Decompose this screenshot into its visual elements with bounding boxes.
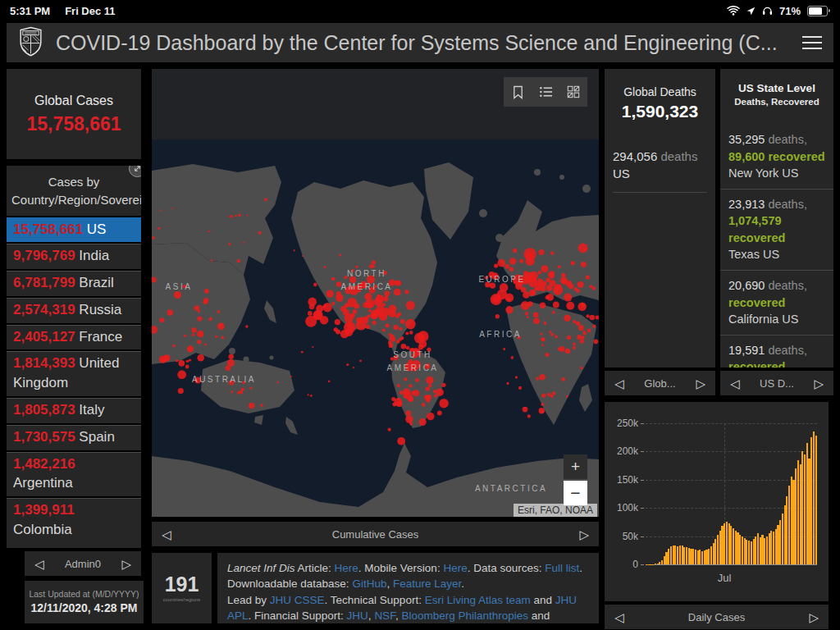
map-toolbar [504, 77, 587, 107]
case-count: 6,781,799 [13, 275, 75, 290]
info-link[interactable]: NSF [374, 609, 395, 622]
us-state-item[interactable]: 19,591 deaths, recoveredFlorida US [720, 335, 833, 368]
continent-label: ASIA [166, 281, 193, 294]
chart-caption-bar: ◁ Daily Cases ▷ [605, 605, 829, 629]
prev-arrow-icon[interactable]: ◁ [34, 558, 44, 570]
us-item-text: 20,690 deaths, recovered [728, 277, 825, 311]
case-count: 2,574,319 [13, 302, 75, 317]
cases-row[interactable]: 1,482,216 Argentina [7, 450, 141, 497]
info-text: . [461, 578, 464, 590]
info-link[interactable]: Feature Layer [393, 578, 461, 590]
cases-row[interactable]: 6,781,799 Brazil [7, 269, 141, 296]
global-deaths-title: Global Deaths [605, 85, 715, 98]
chart-y-tick: 100k [617, 502, 638, 514]
covid-dashboard: 5:31 PMFri Dec 11 71% COVID-19 Dashboard… [0, 0, 840, 630]
prev-arrow-icon[interactable]: ◁ [730, 377, 740, 390]
global-deaths-value: 1,590,323 [605, 102, 715, 121]
us-state-list: 35,295 deaths, 89,600 recoveredNew York … [720, 125, 833, 368]
daily-cases-chart: Jul 250k200k150k100k50k0 [605, 402, 829, 601]
menu-icon[interactable] [802, 36, 822, 49]
chart-y-tick: 250k [617, 418, 638, 429]
country-name: Italy [75, 402, 105, 418]
state-recovered: 89,600 recovered [728, 150, 825, 163]
last-updated-value: 12/11/2020, 4:28 PM [25, 601, 144, 614]
chart-x-tick: Jul [718, 572, 732, 584]
case-count: 2,405,127 [13, 329, 75, 345]
status-time: 5:31 PM [10, 5, 50, 17]
world-map[interactable]: ASIANORTH AMERICAEUROPEAFRICASOUTH AMERI… [152, 139, 599, 517]
next-arrow-icon[interactable]: ▷ [696, 377, 705, 390]
countries-count: 191 [152, 573, 212, 596]
info-text: . Mobile Version: [358, 562, 444, 574]
prev-arrow-icon[interactable]: ◁ [614, 377, 624, 390]
info-link[interactable]: Bloomberg Philanthropies [401, 609, 528, 622]
state-deaths: 23,913 [728, 198, 765, 211]
jhu-logo [18, 26, 43, 60]
map-widget: ASIANORTH AMERICAEUROPEAFRICASOUTH AMERI… [152, 69, 599, 517]
case-count: 1,814,393 [13, 355, 75, 371]
deaths-list-item[interactable]: 294,056 deaths US [613, 148, 707, 193]
country-name: India [75, 248, 110, 263]
global-cases-value: 15,758,661 [7, 113, 141, 135]
next-arrow-icon[interactable]: ▷ [814, 377, 824, 390]
cases-row[interactable]: 1,730,575 Spain [7, 423, 141, 450]
deaths-location: US [613, 167, 630, 180]
next-arrow-icon[interactable]: ▷ [579, 528, 589, 541]
global-deaths-pagination-label: Glob... [644, 377, 675, 390]
legend-icon[interactable] [532, 77, 559, 107]
info-link[interactable]: Here [335, 562, 358, 574]
cases-row[interactable]: 9,796,769 India [7, 242, 141, 269]
info-link[interactable]: JHU CSSE [270, 594, 325, 606]
cases-row[interactable]: 1,805,873 Italy [7, 396, 141, 423]
state-deaths: 19,591 [728, 344, 765, 357]
info-text: and [528, 609, 550, 622]
last-updated-label: Last Updated at (M/D/YYYY) [25, 589, 144, 599]
info-text: . Financial Support: [249, 609, 347, 622]
info-link[interactable]: GitHub [352, 578, 386, 590]
basemap-icon[interactable] [559, 77, 587, 107]
us-state-subtitle: Deaths, Recovered [720, 97, 833, 107]
headphones-icon [762, 6, 773, 16]
map-attribution: Esri, FAO, NOAA [514, 504, 597, 517]
zoom-in-button[interactable]: + [564, 454, 587, 479]
cases-row[interactable]: 15,758,661 US [7, 216, 141, 243]
case-count: 1,730,575 [13, 429, 75, 445]
countries-counter-panel: 191 countries/regions [152, 553, 212, 623]
info-link[interactable]: Esri Living Atlas team [425, 594, 531, 606]
cases-row[interactable]: 2,405,127 France [7, 323, 141, 350]
countries-count-label: countries/regions [152, 597, 212, 602]
info-link[interactable]: JHU [347, 609, 368, 622]
zoom-out-button[interactable]: − [564, 481, 587, 505]
info-text: . Technical Support: [325, 594, 425, 606]
status-icons: 71% [727, 5, 830, 17]
case-count: 1,482,216 [13, 456, 75, 472]
us-state-item[interactable]: 35,295 deaths, 89,600 recoveredNew York … [720, 125, 833, 189]
bookmark-icon[interactable] [504, 77, 532, 107]
us-state-item[interactable]: 20,690 deaths, recoveredCalifornia US [720, 270, 833, 335]
cases-row[interactable]: 1,814,393 United Kingdom [7, 349, 141, 396]
cases-row[interactable]: 2,574,319 Russia [7, 296, 141, 323]
chart-caption-label: Daily Cases [605, 611, 829, 623]
cases-row[interactable]: 1,399,911 Colombia [7, 496, 141, 543]
us-item-text: 35,295 deaths, 89,600 recovered [728, 131, 825, 165]
case-count: 15,758,661 [13, 221, 83, 237]
continent-label: AUSTRALIA [192, 373, 256, 386]
us-state-pagination-label: US D... [760, 377, 794, 390]
info-link[interactable]: Full list [545, 562, 579, 574]
continent-label: AFRICA [479, 328, 522, 341]
continent-label: NORTH AMERICA [340, 267, 392, 294]
us-state-item[interactable]: 23,913 deaths, 1,074,579 recoveredTexas … [720, 189, 833, 270]
us-state-pagination: ◁ US D... ▷ [720, 371, 833, 395]
country-name: Spain [75, 429, 115, 445]
global-deaths-panel: Global Deaths 1,590,323 294,056 deaths U… [605, 69, 715, 368]
map-caption-bar: ◁ Cumulative Cases ▷ [152, 522, 599, 546]
next-arrow-icon[interactable]: ▷ [809, 611, 819, 623]
battery-percent: 71% [779, 5, 801, 17]
info-link[interactable]: Here [443, 562, 467, 574]
wifi-icon [727, 6, 740, 16]
info-panel: Lancet Inf Dis Article: Here. Mobile Ver… [217, 553, 599, 623]
us-state-title: US State Level [720, 82, 833, 94]
next-arrow-icon[interactable]: ▷ [121, 558, 131, 570]
cases-list: 15,758,661 US9,796,769 India6,781,799 Br… [7, 216, 141, 543]
global-cases-title: Global Cases [7, 94, 141, 108]
